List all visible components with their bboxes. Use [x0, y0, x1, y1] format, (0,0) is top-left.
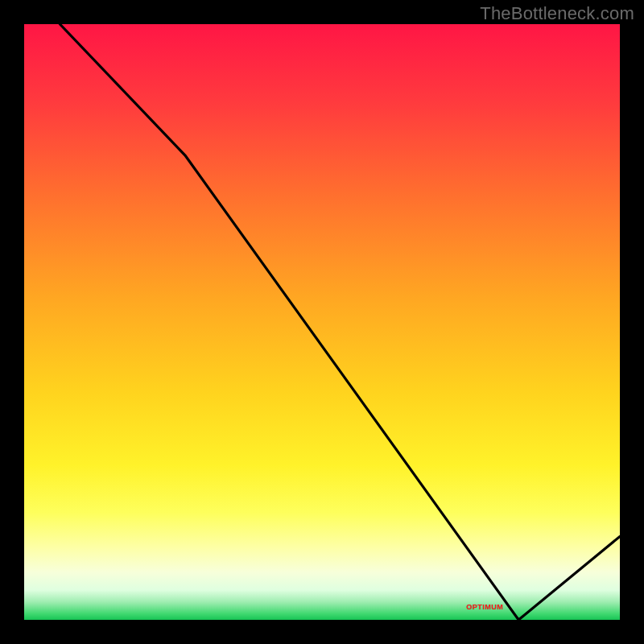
optimum-marker-label: OPTIMUM	[466, 603, 503, 611]
chart-frame: TheBottleneck.com OPTIMUM	[0, 0, 644, 644]
attribution-text: TheBottleneck.com	[480, 3, 634, 24]
plot-area: OPTIMUM	[24, 24, 620, 620]
bottleneck-curve	[24, 24, 620, 620]
plot-inner: OPTIMUM	[24, 24, 620, 620]
